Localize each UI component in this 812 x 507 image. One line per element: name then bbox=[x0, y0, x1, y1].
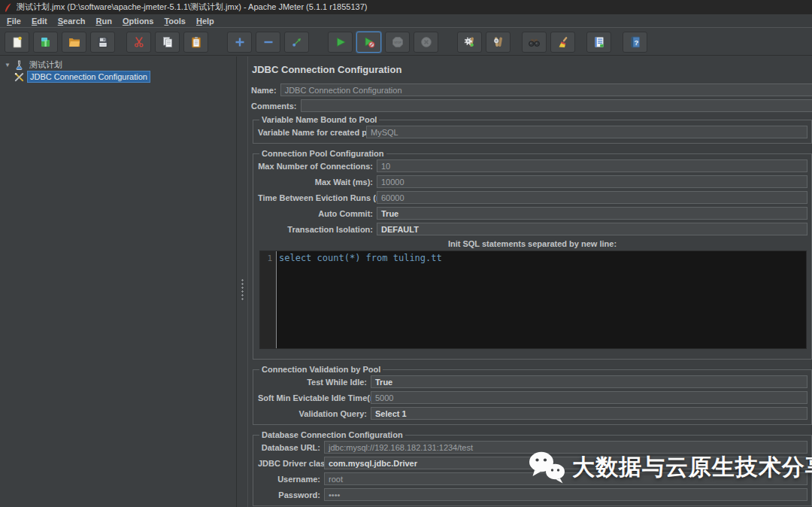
jmeter-feather-icon bbox=[4, 2, 12, 13]
collapse-all-button[interactable] bbox=[256, 32, 280, 53]
stop-icon: STOP bbox=[392, 36, 404, 48]
eviction-runs-input[interactable]: 60000 bbox=[377, 191, 807, 204]
menu-tools[interactable]: Tools bbox=[159, 16, 192, 26]
new-file-icon bbox=[11, 36, 23, 48]
clear-all-button[interactable] bbox=[550, 32, 575, 53]
auto-commit-select[interactable]: True bbox=[377, 207, 807, 220]
help-button[interactable]: ? bbox=[623, 32, 647, 53]
menu-run[interactable]: Run bbox=[91, 16, 117, 26]
max-connections-row: Max Number of Connections: 10 bbox=[258, 159, 807, 172]
panel-splitter[interactable] bbox=[236, 56, 248, 507]
soft-min-evictable-label: Soft Min Evictable Idle Time(ms): bbox=[258, 393, 371, 402]
start-no-pauses-button[interactable] bbox=[356, 32, 381, 53]
svg-text:STOP: STOP bbox=[394, 41, 401, 44]
remote-shutdown-all-button[interactable] bbox=[486, 32, 511, 53]
password-label: Password: bbox=[258, 490, 324, 499]
minus-icon bbox=[262, 36, 274, 48]
username-row: Username: root bbox=[258, 472, 807, 485]
expand-all-button[interactable] bbox=[227, 32, 252, 53]
tree-expand-arrow-icon[interactable]: ▼ bbox=[4, 62, 11, 68]
function-helper-button[interactable] bbox=[586, 32, 611, 53]
max-wait-input[interactable]: 10000 bbox=[377, 175, 807, 188]
save-icon bbox=[97, 36, 109, 48]
username-input[interactable]: root bbox=[324, 472, 807, 485]
comments-label: Comments: bbox=[251, 102, 301, 111]
database-connection-section: Database Connection Configuration Databa… bbox=[253, 430, 812, 506]
remote-shutdown-all-icon bbox=[492, 36, 504, 48]
tree-node-test-plan[interactable]: ▼ 测试计划 bbox=[0, 59, 236, 71]
start-no-pauses-icon bbox=[363, 36, 375, 48]
new-button[interactable] bbox=[5, 32, 29, 53]
start-button[interactable] bbox=[328, 32, 353, 53]
transaction-isolation-row: Transaction Isolation: DEFAULT bbox=[258, 223, 807, 235]
templates-button[interactable] bbox=[33, 32, 58, 53]
pool-section-title: Connection Pool Configuration bbox=[259, 149, 386, 158]
test-while-idle-select[interactable]: True bbox=[371, 375, 807, 388]
plus-icon bbox=[234, 36, 246, 48]
name-input[interactable]: JDBC Connection Configuration bbox=[280, 83, 812, 96]
password-input[interactable]: •••• bbox=[324, 488, 807, 501]
soft-min-evictable-input[interactable]: 5000 bbox=[371, 391, 807, 404]
jdbc-driver-input[interactable]: com.mysql.jdbc.Driver bbox=[324, 457, 807, 469]
validation-query-input[interactable]: Select 1 bbox=[371, 407, 807, 420]
tree-node-jdbc-config[interactable]: JDBC Connection Configuration bbox=[0, 71, 236, 83]
menu-file[interactable]: File bbox=[2, 16, 27, 26]
templates-icon bbox=[40, 36, 52, 48]
test-while-idle-row: Test While Idle: True bbox=[258, 375, 807, 388]
save-button[interactable] bbox=[90, 32, 115, 53]
copy-button[interactable] bbox=[155, 32, 180, 53]
password-row: Password: •••• bbox=[258, 488, 807, 501]
init-sql-editor[interactable]: 1 select count(*) from tuling.tt bbox=[259, 250, 807, 349]
username-label: Username: bbox=[258, 475, 324, 484]
cut-button[interactable] bbox=[126, 32, 151, 53]
shutdown-icon bbox=[420, 36, 432, 48]
database-url-input[interactable]: jdbc:mysql://192.168.182.131:1234/test bbox=[324, 441, 807, 454]
variable-name-section: Variable Name Bound to Pool Variable Nam… bbox=[253, 115, 812, 144]
cut-icon bbox=[133, 36, 145, 48]
shutdown-button bbox=[414, 32, 438, 53]
comments-input[interactable] bbox=[301, 99, 812, 112]
eviction-runs-label: Time Between Eviction Runs (ms): bbox=[258, 193, 377, 202]
menubar: File Edit Search Run Options Tools Help bbox=[0, 14, 812, 28]
editor-line-number: 1 bbox=[260, 251, 276, 348]
menu-options[interactable]: Options bbox=[118, 16, 160, 26]
jdbc-driver-row: JDBC Driver class: com.mysql.jdbc.Driver bbox=[258, 457, 807, 469]
window-titlebar: 测试计划.jmx (D:\software\apache-jmeter-5.1.… bbox=[0, 0, 812, 14]
function-helper-icon bbox=[593, 36, 605, 48]
open-button[interactable] bbox=[62, 32, 86, 53]
window-title: 测试计划.jmx (D:\software\apache-jmeter-5.1.… bbox=[17, 2, 367, 13]
remote-start-all-button[interactable] bbox=[457, 32, 482, 53]
variable-section-title: Variable Name Bound to Pool bbox=[259, 115, 379, 124]
toggle-button[interactable] bbox=[284, 32, 309, 53]
test-plan-icon bbox=[14, 60, 24, 70]
tree-node-label[interactable]: 测试计划 bbox=[27, 59, 65, 71]
init-sql-code[interactable]: select count(*) from tuling.tt bbox=[276, 251, 806, 348]
paste-icon bbox=[190, 36, 202, 48]
remote-start-all-icon bbox=[464, 36, 476, 48]
menu-help[interactable]: Help bbox=[192, 16, 220, 26]
splitter-grip[interactable] bbox=[241, 278, 244, 301]
database-url-label: Database URL: bbox=[258, 443, 324, 452]
max-connections-input[interactable]: 10 bbox=[377, 159, 807, 172]
transaction-isolation-label: Transaction Isolation: bbox=[258, 225, 377, 234]
binoculars-icon bbox=[528, 36, 541, 48]
variable-pool-input[interactable]: MySQL bbox=[366, 126, 807, 138]
auto-commit-label: Auto Commit: bbox=[258, 209, 377, 218]
connection-validation-section: Connection Validation by Pool Test While… bbox=[253, 365, 812, 425]
init-sql-label: Init SQL statements separated by new lin… bbox=[258, 239, 807, 248]
database-url-row: Database URL: jdbc:mysql://192.168.182.1… bbox=[258, 441, 807, 454]
svg-text:?: ? bbox=[634, 38, 638, 46]
variable-pool-label: Variable Name for created pool: bbox=[258, 128, 366, 137]
test-plan-tree: ▼ 测试计划 JDBC Connection Configuration bbox=[0, 56, 236, 507]
tree-node-label-selected[interactable]: JDBC Connection Configuration bbox=[27, 71, 150, 83]
transaction-isolation-select[interactable]: DEFAULT bbox=[377, 223, 807, 235]
max-wait-row: Max Wait (ms): 10000 bbox=[258, 175, 807, 188]
connection-pool-section: Connection Pool Configuration Max Number… bbox=[253, 149, 812, 360]
stop-button: STOP bbox=[385, 32, 410, 53]
menu-search[interactable]: Search bbox=[53, 16, 92, 26]
validation-query-label: Validation Query: bbox=[258, 409, 371, 418]
name-label: Name: bbox=[251, 86, 280, 95]
paste-button[interactable] bbox=[183, 32, 208, 53]
search-button[interactable] bbox=[522, 32, 547, 53]
menu-edit[interactable]: Edit bbox=[27, 16, 53, 26]
